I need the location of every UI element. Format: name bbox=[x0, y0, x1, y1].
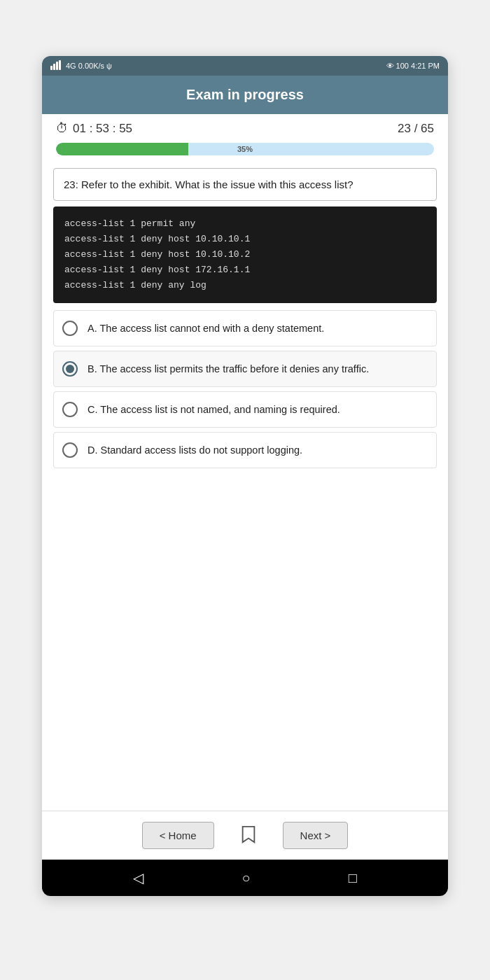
android-nav-bar: ◁ ○ □ bbox=[42, 860, 448, 896]
question-box: 23: Refer to the exhibit. What is the is… bbox=[53, 168, 437, 201]
progress-fill bbox=[56, 143, 188, 155]
recents-button[interactable]: □ bbox=[349, 870, 357, 886]
svg-rect-2 bbox=[56, 62, 58, 70]
status-right: 👁 100 4:21 PM bbox=[386, 62, 440, 70]
home-android-button[interactable]: ○ bbox=[241, 870, 250, 886]
svg-rect-3 bbox=[59, 60, 61, 70]
progress-label: 35% bbox=[237, 145, 253, 153]
code-line-2: access-list 1 deny host 10.10.10.1 bbox=[64, 232, 426, 247]
code-line-1: access-list 1 permit any bbox=[64, 216, 426, 232]
status-bar: 4G 0.00K/s ψ 👁 100 4:21 PM bbox=[42, 56, 448, 76]
next-button[interactable]: Next > bbox=[283, 822, 349, 849]
svg-rect-1 bbox=[53, 64, 55, 70]
timer-left: ⏱ 01 : 53 : 55 bbox=[56, 121, 132, 136]
status-left: 4G 0.00K/s ψ bbox=[50, 60, 112, 72]
answer-text-c: C. The access list is not named, and nam… bbox=[88, 402, 340, 416]
status-icons: 👁 100 4:21 PM bbox=[386, 62, 440, 70]
bottom-nav: < Home Next > bbox=[42, 811, 448, 860]
answer-option-a[interactable]: A. The access list cannot end with a den… bbox=[53, 310, 437, 346]
progress-bar-container: 35% bbox=[56, 143, 434, 155]
back-button[interactable]: ◁ bbox=[133, 869, 144, 886]
question-text: 23: Refer to the exhibit. What is the is… bbox=[64, 178, 354, 190]
radio-a bbox=[62, 321, 78, 336]
answer-option-d[interactable]: D. Standard access lists do not support … bbox=[53, 432, 437, 468]
code-line-5: access-list 1 deny any log bbox=[64, 278, 426, 293]
answer-text-b: B. The access list permits the traffic b… bbox=[88, 362, 369, 376]
timer-value: 01 : 53 : 55 bbox=[73, 122, 132, 136]
code-block: access-list 1 permit any access-list 1 d… bbox=[53, 206, 437, 303]
svg-rect-0 bbox=[50, 66, 52, 70]
answer-options: A. The access list cannot end with a den… bbox=[53, 310, 437, 468]
exam-header: Exam in progress bbox=[42, 76, 448, 114]
answer-option-c[interactable]: C. The access list is not named, and nam… bbox=[53, 391, 437, 428]
answer-text-a: A. The access list cannot end with a den… bbox=[88, 321, 324, 335]
home-button[interactable]: < Home bbox=[142, 822, 214, 849]
timer-row: ⏱ 01 : 53 : 55 23 / 65 bbox=[42, 114, 448, 143]
radio-b bbox=[62, 361, 78, 377]
bookmark-button[interactable] bbox=[235, 820, 262, 851]
radio-d bbox=[62, 442, 78, 458]
radio-inner-b bbox=[66, 365, 74, 373]
answer-option-b[interactable]: B. The access list permits the traffic b… bbox=[53, 351, 437, 387]
network-speed: 4G 0.00K/s ψ bbox=[66, 62, 112, 70]
code-line-3: access-list 1 deny host 10.10.10.2 bbox=[64, 247, 426, 262]
exam-title: Exam in progress bbox=[186, 87, 304, 102]
code-line-4: access-list 1 deny host 172.16.1.1 bbox=[64, 262, 426, 278]
answer-text-d: D. Standard access lists do not support … bbox=[88, 443, 302, 457]
signal-icon bbox=[50, 60, 63, 72]
question-count: 23 / 65 bbox=[398, 122, 434, 136]
bookmark-icon bbox=[241, 825, 256, 844]
timer-icon: ⏱ bbox=[56, 121, 69, 136]
radio-c bbox=[62, 402, 78, 417]
